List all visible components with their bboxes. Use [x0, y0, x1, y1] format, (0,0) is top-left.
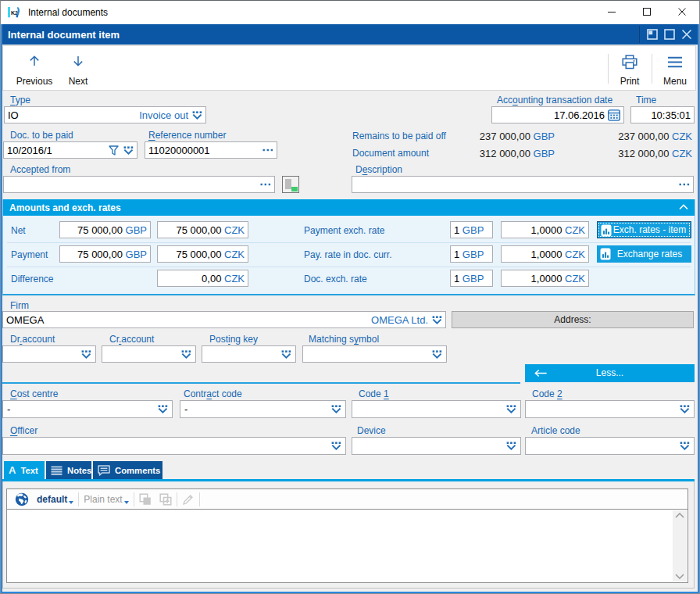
previous-button[interactable]: Previous — [14, 55, 55, 87]
dropdown-icon[interactable] — [506, 405, 516, 413]
editor-scrollbar[interactable] — [673, 510, 687, 581]
dropdown-icon[interactable] — [680, 442, 690, 450]
code1-label-mn-text: 1 — [384, 388, 389, 399]
matching-symbol-combo[interactable] — [302, 345, 447, 363]
pencil-icon[interactable] — [182, 493, 195, 506]
payment-rate-rate-text: 1,0000 — [531, 224, 562, 236]
cr-account-combo[interactable] — [102, 345, 196, 363]
doc-to-be-paid-field[interactable]: 10/2016/1 — [3, 141, 138, 159]
less-button[interactable]: Less... — [525, 364, 695, 382]
payment-base-field[interactable]: 75 000,00 CZK — [157, 245, 248, 263]
pay-rate-doc-field[interactable]: 1,0000 CZK — [501, 245, 589, 263]
dr-account-combo[interactable] — [2, 345, 96, 363]
filter-icon[interactable] — [109, 145, 119, 156]
amounts-section-header[interactable]: Amounts and exch. rates — [3, 199, 695, 216]
dropdown-icon[interactable] — [192, 111, 202, 120]
code1-combo[interactable] — [352, 400, 521, 418]
officer-combo[interactable] — [2, 437, 346, 455]
dropdown-icon[interactable] — [680, 405, 690, 413]
description-field[interactable] — [352, 176, 694, 193]
pay-rate-doc-rate-text: 1,0000 — [531, 249, 562, 260]
doc-exch-rate-field[interactable]: 1,0000 CZK — [501, 270, 589, 287]
copy-icon[interactable] — [139, 493, 152, 506]
dropdown-icon[interactable] — [506, 442, 516, 450]
more-dots-icon[interactable] — [262, 148, 273, 152]
tab-text[interactable]: A Text — [4, 461, 45, 479]
language-dropdown[interactable]: default — [37, 494, 73, 505]
print-button[interactable]: Print — [617, 55, 642, 87]
payment-exch-rate-field[interactable]: 1,0000 CZK — [501, 221, 589, 238]
accounting-transaction-date-field[interactable]: 17.06.2016 — [491, 106, 624, 123]
next-button[interactable]: Next — [62, 55, 94, 87]
doc-exch-rate-label: Doc. exch. rate — [304, 274, 367, 284]
payment-currency-field[interactable]: 75 000,00 GBP — [59, 245, 151, 263]
close-icon — [681, 29, 692, 40]
time-field[interactable]: 10:35:01 — [630, 106, 695, 123]
matching-symbol-label: Matching symbol — [309, 334, 379, 345]
dropdown-icon[interactable] — [331, 442, 341, 450]
contract-code-label-pre-text: Contr — [184, 388, 206, 399]
more-dots-icon[interactable] — [260, 183, 271, 186]
net-base-field[interactable]: 75 000,00 CZK — [157, 221, 248, 238]
difference-base-field[interactable]: 0,00 CZK — [157, 270, 248, 287]
more-dots-icon[interactable] — [679, 183, 690, 186]
posting-key-combo[interactable] — [202, 345, 296, 363]
scroll-down-icon[interactable] — [675, 574, 684, 579]
dropdown-icon[interactable] — [123, 146, 134, 155]
payment-exch-rate-label: Payment exch. rate — [304, 225, 384, 236]
reference-number-field[interactable]: 11020000001 — [145, 141, 277, 159]
dialog-close-button[interactable] — [678, 26, 695, 43]
editor-separator — [177, 492, 177, 506]
dock-icon — [647, 29, 658, 40]
text-editor: default Plain text — [6, 488, 688, 583]
pay-rate-doc-unit-field[interactable]: 1 GBP — [450, 245, 493, 263]
article-code-combo[interactable] — [525, 437, 695, 455]
dialog-maximize-button[interactable] — [661, 26, 678, 43]
code2-combo[interactable] — [525, 400, 695, 418]
payment-label: Payment — [11, 249, 48, 260]
dropdown-icon[interactable] — [432, 350, 442, 359]
calendar-icon[interactable] — [608, 109, 620, 121]
tab-notes[interactable]: Notes — [46, 461, 91, 479]
dropdown-icon[interactable] — [281, 350, 291, 359]
chart-bar-gray — [285, 179, 291, 189]
editor-content[interactable] — [7, 510, 688, 582]
exch-rates-item-button[interactable]: Exch. rates - item — [597, 221, 691, 238]
collapse-chevron-icon[interactable] — [679, 204, 688, 210]
cost-centre-combo[interactable]: - — [2, 400, 173, 418]
format-dropdown[interactable]: Plain text — [84, 494, 128, 505]
globe-icon[interactable] — [15, 492, 29, 506]
maximize-button[interactable] — [629, 0, 664, 23]
menu-button[interactable]: Menu — [661, 55, 689, 87]
remains-amount-cur-text: 237 000,00 — [480, 131, 530, 142]
tab-comments[interactable]: Comments — [93, 461, 162, 479]
dropdown-icon[interactable] — [432, 316, 442, 324]
remains-row: Remains to be paid off 237 000,00 GBP 23… — [352, 131, 692, 142]
contract-code-combo[interactable]: - — [180, 400, 346, 418]
address-button[interactable]: Address: — [452, 311, 694, 328]
device-combo[interactable] — [352, 437, 521, 455]
scroll-up-icon[interactable] — [675, 513, 684, 518]
payment-rate-rate-cur-text: CZK — [565, 224, 585, 236]
dropdown-icon[interactable] — [81, 350, 91, 359]
posting-key-label: Posting key — [209, 334, 258, 345]
net-currency-field[interactable]: 75 000,00 GBP — [59, 221, 151, 238]
close-button[interactable] — [664, 0, 699, 23]
type-field[interactable]: IO Invoice out — [4, 106, 206, 123]
payment-exch-rate-unit-field[interactable]: 1 GBP — [450, 221, 493, 238]
exchange-rates-button[interactable]: Exchange rates — [597, 245, 691, 263]
firm-field[interactable]: OMEGA OMEGA Ltd. — [2, 311, 446, 328]
maximize-icon — [643, 8, 651, 16]
copy-plus-icon[interactable] — [159, 493, 172, 506]
accepted-from-field[interactable] — [3, 176, 275, 193]
reference-number-label: Reference number — [148, 130, 226, 141]
statistics-chart-button[interactable] — [282, 176, 299, 193]
amounts-section-title: Amounts and exch. rates — [9, 202, 121, 213]
dialog-dock-button[interactable] — [644, 26, 661, 43]
device-label: Device — [357, 425, 386, 436]
dropdown-icon[interactable] — [331, 405, 341, 413]
dropdown-icon[interactable] — [181, 350, 191, 359]
minimize-button[interactable] — [594, 0, 629, 23]
doc-exch-rate-unit-field[interactable]: 1 GBP — [450, 270, 493, 287]
dropdown-icon[interactable] — [158, 405, 168, 413]
